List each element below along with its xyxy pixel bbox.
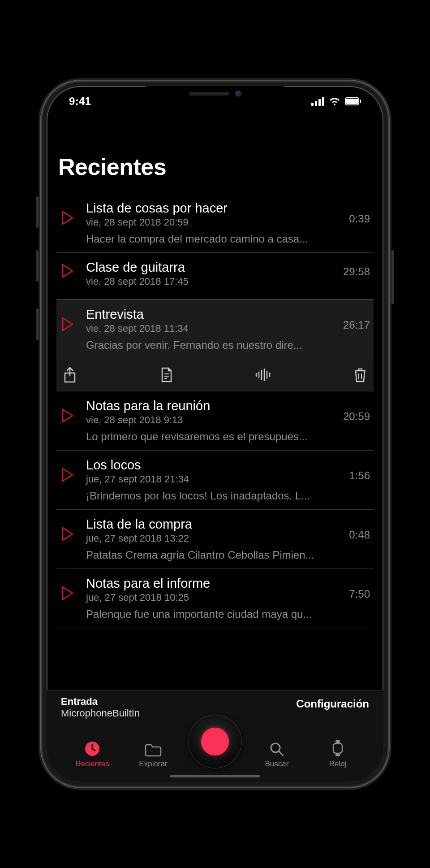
cellular-icon: [311, 97, 324, 106]
recording-title: Lista de cosas por hacer: [86, 201, 342, 216]
recording-title: Notas para la reunión: [86, 399, 336, 413]
recording-date: vie, 28 sept 2018 17:45: [86, 276, 336, 287]
bottom-panel: Entrada MicrophoneBuiltIn Configuración …: [47, 690, 383, 782]
recording-row[interactable]: Notas para la reunión vie, 28 sept 2018 …: [56, 391, 374, 451]
front-camera: [236, 91, 241, 96]
recording-preview: Patatas Crema agria Cilantro Cebollas Pi…: [86, 549, 342, 561]
recording-preview: Hacer la compra del mercado camino a cas…: [86, 233, 342, 245]
transcript-button[interactable]: [157, 365, 176, 385]
input-source-button[interactable]: Entrada MicrophoneBuiltIn: [61, 696, 140, 719]
recording-duration: 0:39: [349, 201, 370, 225]
recording-date: vie, 28 sept 2018 20:59: [86, 217, 342, 228]
device-frame: 9:41 Recientes Lista de cosas por hac: [40, 80, 390, 788]
svg-rect-2: [360, 100, 361, 103]
tab-recents[interactable]: Recientes: [62, 741, 123, 768]
device-bezel: 9:41 Recientes Lista de cosas por hac: [47, 86, 383, 782]
wifi-icon: [329, 97, 340, 106]
recording-title: Lista de la compra: [86, 517, 342, 532]
input-label: Entrada: [61, 696, 140, 707]
input-value: MicrophoneBuiltIn: [61, 707, 140, 719]
recording-duration: 20:59: [343, 399, 370, 423]
svg-rect-20: [335, 754, 340, 756]
play-icon[interactable]: [61, 527, 74, 541]
play-icon[interactable]: [61, 468, 74, 482]
page-title: Recientes: [56, 113, 374, 194]
recording-title: Entrevista: [86, 307, 336, 322]
share-button[interactable]: [60, 365, 80, 385]
recordings-list[interactable]: Lista de cosas por hacer vie, 28 sept 20…: [56, 194, 374, 690]
device-notch: [146, 86, 284, 101]
play-icon[interactable]: [61, 317, 74, 331]
record-dot-icon: [201, 728, 229, 755]
tab-browse-label: Explorar: [139, 760, 167, 768]
play-icon[interactable]: [61, 211, 74, 225]
recording-date: vie, 28 sept 2018 9:13: [86, 414, 336, 426]
recording-duration: 7:50: [349, 576, 370, 600]
recording-duration: 26:17: [343, 307, 370, 331]
tab-search[interactable]: Buscar: [246, 742, 307, 768]
battery-icon: [345, 97, 361, 105]
tab-bar: Recientes Explorar: [56, 719, 374, 773]
speaker-grill: [189, 92, 229, 95]
tab-watch-label: Reloj: [329, 760, 347, 768]
recording-preview: Lo primero que revisaremos es el presupu…: [86, 430, 336, 443]
recording-row[interactable]: Los locos jue, 27 sept 2018 21:34 ¡Brind…: [56, 451, 374, 510]
svg-rect-1: [346, 99, 358, 104]
recording-preview: Gracias por venir. Fernando es nuestro d…: [86, 339, 336, 352]
clock-icon: [84, 741, 100, 757]
recording-title: Notas para el informe: [86, 576, 342, 591]
svg-rect-19: [335, 740, 340, 743]
folder-icon: [145, 743, 162, 757]
waveform-button[interactable]: [254, 365, 273, 385]
recording-action-toolbar: [56, 359, 374, 391]
tab-browse[interactable]: Explorar: [123, 743, 184, 768]
tab-recents-label: Recientes: [75, 760, 109, 768]
recording-date: vie, 28 sept 2018 11:34: [86, 323, 336, 334]
play-icon[interactable]: [61, 264, 74, 278]
settings-button[interactable]: Configuración: [296, 696, 369, 710]
recording-duration: 1:56: [349, 458, 370, 482]
recording-duration: 29:58: [343, 260, 370, 278]
recording-preview: Palenque fue una importante ciudad maya …: [86, 608, 342, 621]
recording-title: Clase de guitarra: [86, 260, 336, 275]
watch-icon: [332, 740, 344, 757]
search-icon: [269, 742, 284, 757]
svg-line-17: [279, 751, 283, 755]
home-indicator[interactable]: [170, 775, 260, 777]
recording-row[interactable]: Entrevista vie, 28 sept 2018 11:34 Graci…: [56, 299, 374, 359]
record-button[interactable]: [188, 715, 242, 768]
recording-preview: ¡Brindemos por los locos! Los inadaptado…: [86, 490, 342, 502]
svg-rect-18: [333, 743, 342, 753]
play-icon[interactable]: [61, 586, 74, 600]
recording-row[interactable]: Clase de guitarra vie, 28 sept 2018 17:4…: [56, 253, 374, 299]
delete-button[interactable]: [350, 365, 370, 385]
tab-watch[interactable]: Reloj: [307, 740, 368, 768]
tab-search-label: Buscar: [265, 760, 289, 768]
recording-date: jue, 27 sept 2018 10:25: [86, 592, 342, 603]
recording-row[interactable]: Lista de cosas por hacer vie, 28 sept 20…: [56, 194, 374, 253]
recording-date: jue, 27 sept 2018 21:34: [86, 473, 342, 485]
recording-date: jue, 27 sept 2018 13:22: [86, 533, 342, 544]
recording-title: Los locos: [86, 458, 342, 473]
status-time: 9:41: [69, 95, 91, 108]
recording-row[interactable]: Lista de la compra jue, 27 sept 2018 13:…: [56, 510, 374, 569]
play-icon[interactable]: [61, 408, 74, 423]
recording-duration: 0:48: [349, 517, 370, 541]
recording-row[interactable]: Notas para el informe jue, 27 sept 2018 …: [56, 569, 374, 628]
